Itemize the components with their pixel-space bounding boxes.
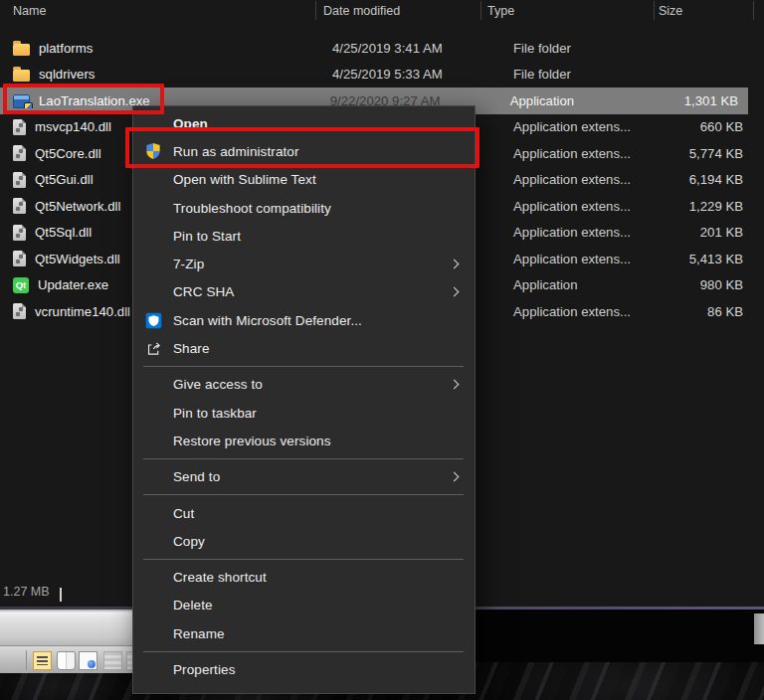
dll-file-icon xyxy=(13,225,26,241)
menu-separator xyxy=(143,651,464,652)
dll-file-icon xyxy=(13,145,26,161)
web-layout-view-icon[interactable] xyxy=(79,651,97,670)
menu-item-delete[interactable]: Delete xyxy=(133,592,475,619)
normal-view-icon[interactable] xyxy=(33,651,52,670)
menu-item-copy[interactable]: Copy xyxy=(133,527,475,555)
dll-file-icon xyxy=(13,198,26,214)
outline-view-icon[interactable] xyxy=(103,651,122,670)
status-bar-divider xyxy=(60,588,62,602)
menu-item-pin-to-start[interactable]: Pin to Start xyxy=(133,222,475,250)
column-header-size[interactable]: Size xyxy=(654,0,753,21)
submenu-chevron-icon xyxy=(450,379,460,389)
desktop-wallpaper: Name Date modified Type Size platforms 4… xyxy=(0,0,764,700)
submenu-chevron-icon xyxy=(450,471,460,481)
menu-item-rename[interactable]: Rename xyxy=(133,619,475,647)
menu-item-properties[interactable]: Properties xyxy=(133,655,475,683)
menu-item-share[interactable]: Share xyxy=(133,334,475,362)
menu-item-pin-to-taskbar[interactable]: Pin to taskbar xyxy=(133,399,475,427)
column-header-date-modified[interactable]: Date modified xyxy=(315,0,480,21)
submenu-chevron-icon xyxy=(450,286,460,296)
toolbar-divider xyxy=(26,650,27,670)
column-divider[interactable] xyxy=(315,1,316,20)
defender-shield-icon xyxy=(141,310,165,330)
dll-file-icon xyxy=(13,172,26,188)
dll-file-icon xyxy=(13,303,26,319)
status-bar-size: 1.27 MB xyxy=(3,585,50,599)
menu-item-restore-previous-versions[interactable]: Restore previous versions xyxy=(133,427,475,454)
book-view-icon[interactable] xyxy=(57,651,76,670)
menu-item-give-access-to[interactable]: Give access to xyxy=(133,371,475,399)
menu-item-crc-sha[interactable]: CRC SHA xyxy=(133,278,475,306)
annotation-box-run-as-administrator xyxy=(125,127,479,168)
annotation-box-filename xyxy=(3,84,164,114)
file-row-platforms[interactable]: platforms 4/25/2019 3:41 AM File folder xyxy=(0,35,764,62)
column-header-row: Name Date modified Type Size xyxy=(0,0,764,21)
menu-item-troubleshoot-compatibility[interactable]: Troubleshoot compatibility xyxy=(133,194,475,222)
menu-separator xyxy=(143,494,464,495)
menu-item-scan-with-microsoft-defender[interactable]: Scan with Microsoft Defender... xyxy=(133,306,475,334)
dll-file-icon xyxy=(13,251,26,266)
column-divider[interactable] xyxy=(480,1,481,20)
menu-item-open-with-sublime-text[interactable]: Open with Sublime Text xyxy=(133,166,475,194)
column-divider[interactable] xyxy=(654,1,655,20)
menu-separator xyxy=(143,559,464,560)
menu-separator xyxy=(143,366,464,367)
folder-icon xyxy=(13,70,30,82)
submenu-chevron-icon xyxy=(450,259,460,268)
menu-item-send-to[interactable]: Send to xyxy=(133,463,475,491)
console-scrollbar-tab[interactable] xyxy=(754,613,764,644)
share-icon xyxy=(141,339,165,359)
menu-item-create-shortcut[interactable]: Create shortcut xyxy=(133,563,475,591)
menu-separator xyxy=(143,458,464,459)
column-divider[interactable] xyxy=(753,1,754,20)
dll-file-icon xyxy=(13,119,26,135)
folder-icon xyxy=(13,44,30,56)
menu-item-cut[interactable]: Cut xyxy=(133,499,475,527)
qt-app-icon: Qt xyxy=(13,277,29,293)
column-header-type[interactable]: Type xyxy=(480,0,654,21)
menu-item-7-zip[interactable]: 7-Zip xyxy=(133,250,475,277)
context-menu: Open Run as administrator Open with Subl… xyxy=(132,105,476,694)
column-header-name[interactable]: Name xyxy=(0,0,315,21)
